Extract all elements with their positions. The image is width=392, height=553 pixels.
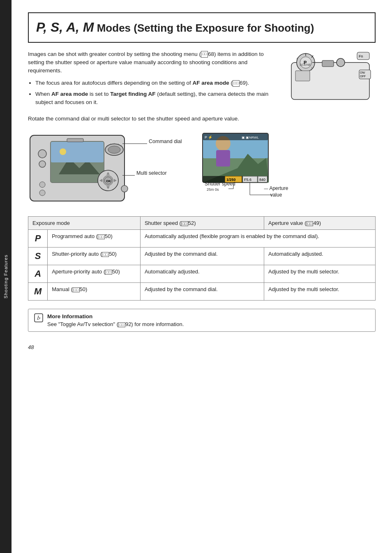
more-info-text: See "Toggle Av/Tv selection" (□□92) for …: [47, 321, 184, 327]
mode-letter-m: M: [28, 283, 48, 301]
svg-point-44: [121, 185, 128, 192]
svg-text:OK: OK: [106, 179, 111, 183]
table-header-row: Exposure mode Shutter speed (□□52) Apert…: [28, 217, 376, 230]
mode-letter-s: S: [28, 248, 48, 265]
title-box: P, S, A, M Modes (Setting the Exposure f…: [28, 12, 376, 43]
table-row: M Manual (□□50) Adjusted by the command …: [28, 283, 376, 301]
svg-point-43: [39, 190, 45, 196]
svg-rect-13: [322, 60, 334, 67]
svg-text:⟩: ⟩: [311, 67, 313, 71]
table-row: P Programmed auto (□□50) Automatically a…: [28, 230, 376, 248]
th-aperture-value: Aperture value (□□49): [264, 217, 376, 230]
svg-rect-14: [295, 71, 310, 81]
mode-name-s: Shutter-priority auto (□□50): [48, 248, 141, 265]
th-shutter-speed: Shutter speed (□□52): [140, 217, 264, 230]
svg-point-26: [39, 161, 46, 167]
camera-back-diagram: OK Command dial Multi selector: [28, 131, 184, 206]
shutter-aperture-p: Automatically adjusted (flexible program…: [140, 230, 375, 248]
page-number: 48: [28, 344, 376, 350]
shutter-speed-label: Shutter speed: [205, 181, 235, 187]
diagram-section: OK Command dial Multi selector: [28, 131, 376, 206]
th-exposure-mode: Exposure mode: [28, 217, 141, 230]
svg-point-23: [60, 148, 66, 155]
more-info-icon: 𝓫: [34, 313, 43, 322]
table-row: S Shutter-priority auto (□□50) Adjusted …: [28, 248, 376, 265]
screen-diagram: P ⚡ ▣ ▣NRWL 1/250 F5.6 840 25m 0s: [201, 131, 291, 206]
more-info-box: 𝓫 More Information See "Toggle Av/Tv sel…: [28, 309, 376, 332]
page-title: P, S, A, M Modes (Setting the Exposure f…: [36, 19, 367, 36]
svg-text:▣ ▣NRWL: ▣ ▣NRWL: [242, 136, 259, 139]
svg-text:F5.6: F5.6: [244, 178, 251, 182]
svg-point-25: [38, 150, 46, 158]
svg-text:SCENE: SCENE: [300, 63, 311, 67]
svg-text:25m 0s: 25m 0s: [207, 187, 219, 192]
rotate-instruction: Rotate the command dial or multi selecto…: [28, 115, 376, 123]
exposure-table: Exposure mode Shutter speed (□□52) Apert…: [28, 216, 376, 301]
intro-paragraph: Images can be shot with greater control …: [28, 50, 277, 75]
table-row: A Aperture-priority auto (□□50) Automati…: [28, 265, 376, 283]
main-content: P, S, A, M Modes (Setting the Exposure f…: [12, 0, 392, 367]
command-dial-label-area: Command dial: [122, 139, 182, 144]
more-info-title: More Information: [47, 313, 184, 319]
svg-text:P ⚡: P ⚡: [205, 135, 213, 140]
more-info-content: More Information See "Toggle Av/Tv selec…: [47, 313, 184, 327]
shutter-a: Automatically adjusted.: [140, 265, 264, 283]
mode-name-p: Programmed auto (□□50): [48, 230, 141, 248]
command-dial-label: Command dial: [149, 139, 182, 144]
mode-letter-a: A: [28, 265, 48, 283]
title-mode-letters: P, S, A, M: [36, 20, 94, 35]
camera-top-image: P Fn ON/ OFF SCENE: [285, 50, 376, 109]
sidebar: Shooting Features: [0, 0, 12, 553]
multi-selector-label: Multi selector: [136, 170, 167, 176]
shutter-m: Adjusted by the command dial.: [140, 283, 264, 301]
aperture-m: Adjusted by the multi selector.: [264, 283, 376, 301]
camera-top-svg: P Fn ON/ OFF SCENE: [287, 50, 374, 104]
svg-rect-22: [51, 142, 104, 162]
svg-text:OFF: OFF: [360, 75, 366, 78]
svg-text:⟨: ⟨: [296, 57, 298, 61]
bullet-1: The focus area for autofocus differs dep…: [35, 79, 277, 87]
multi-selector-label-area: Multi selector: [122, 170, 167, 176]
intro-text: Images can be shot with greater control …: [28, 50, 277, 109]
title-suffix: Modes (Setting the Exposure for Shooting…: [94, 22, 314, 34]
sidebar-label: Shooting Features: [3, 255, 8, 298]
aperture-s: Automatically adjusted.: [264, 248, 376, 265]
aperture-a: Adjusted by the multi selector.: [264, 265, 376, 283]
svg-text:ON/: ON/: [360, 71, 365, 74]
svg-rect-48: [216, 150, 230, 167]
svg-point-28: [108, 146, 120, 153]
bullet-2: When AF area mode is set to Target findi…: [35, 90, 277, 107]
svg-point-12: [337, 58, 345, 67]
svg-text:840: 840: [259, 178, 265, 182]
svg-rect-24: [67, 139, 83, 142]
mode-letter-p: P: [28, 230, 48, 248]
intro-section: Images can be shot with greater control …: [28, 50, 376, 109]
aperture-value-label: — Aperture value: [261, 185, 291, 198]
svg-point-42: [39, 182, 45, 187]
mode-name-m: Manual (□□50): [48, 283, 141, 301]
svg-text:Fn: Fn: [359, 54, 363, 58]
mode-name-a: Aperture-priority auto (□□50): [48, 265, 141, 283]
intro-bullets: The focus area for autofocus differs dep…: [28, 79, 277, 106]
shutter-s: Adjusted by the command dial.: [140, 248, 264, 265]
